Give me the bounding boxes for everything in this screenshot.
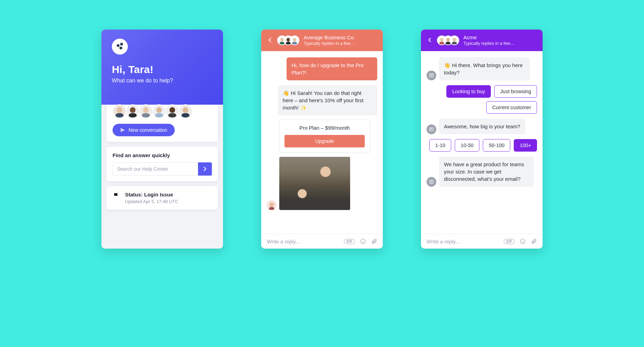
back-button[interactable] (427, 36, 433, 45)
svg-rect-11 (155, 113, 163, 118)
avatar (449, 35, 459, 45)
attachment-button[interactable] (531, 238, 537, 244)
status-card[interactable]: Status: Login Issue Updated Apr 5, 17:48… (106, 186, 218, 210)
gif-button[interactable]: GIF (344, 239, 355, 244)
conversation-header: Average Business Co. Typically replies i… (261, 30, 383, 51)
new-conversation-label: New conversation (129, 127, 167, 133)
brand-logo (112, 39, 128, 55)
svg-point-30 (362, 241, 363, 241)
bot-message: We have a great product for teams your s… (439, 156, 534, 187)
conversation-panel-acme: Acme Typically replies in a few… 👋 Hi th… (421, 30, 543, 249)
widget-cards: Start a conversation New conversation Fi… (101, 89, 223, 215)
message-row: 👋 Hi Sarah! You can do that right here –… (267, 85, 377, 210)
upgrade-button[interactable]: Upgrade (284, 135, 365, 147)
send-icon (120, 128, 125, 132)
conversation-panel-business: Average Business Co. Typically replies i… (261, 30, 383, 249)
svg-point-31 (364, 241, 364, 241)
svg-point-51 (522, 241, 522, 241)
help-search-button[interactable] (198, 162, 212, 176)
bot-message: Awesome, how big is your team? (439, 119, 525, 134)
choice-button[interactable]: 10-50 (455, 139, 479, 152)
conversation-body: 👋 Hi there. What brings you here today? … (421, 51, 543, 234)
svg-rect-14 (168, 113, 176, 118)
svg-point-39 (453, 38, 456, 42)
emoji-button[interactable] (520, 238, 526, 244)
avatar (165, 104, 179, 118)
company-name: Acme (463, 34, 514, 41)
message-row: Hi, how do I upgrade to the Pro Plan?! (267, 57, 377, 80)
choice-button[interactable]: 1-10 (429, 139, 451, 152)
gif-attachment[interactable] (279, 157, 350, 210)
svg-rect-8 (142, 113, 150, 118)
svg-point-4 (130, 107, 135, 113)
greeting-subtitle: What can we do to help? (112, 78, 213, 84)
offer-title: Pro Plan – $99/month (299, 125, 350, 131)
header-text: Acme Typically replies in a few… (463, 34, 514, 46)
svg-rect-28 (269, 207, 274, 210)
header-avatars (277, 35, 299, 45)
bot-icon (429, 179, 434, 185)
svg-rect-26 (292, 42, 297, 45)
conversation-footer: GIF (421, 234, 543, 249)
header-avatars (437, 35, 459, 45)
back-button[interactable] (267, 36, 273, 45)
attachment-button[interactable] (371, 238, 377, 244)
message-row: Awesome, how big is your team? (427, 119, 537, 134)
svg-point-13 (170, 107, 175, 113)
flag-icon (113, 192, 120, 200)
bot-avatar (427, 124, 436, 134)
header-text: Average Business Co. Typically replies i… (304, 34, 355, 46)
chevron-left-icon (428, 38, 431, 42)
bot-message: 👋 Hi there. What brings you here today? (439, 57, 530, 80)
choice-row-2: 1-1010-5050-100100+ (427, 139, 537, 152)
avatar (139, 104, 153, 118)
choice-row-1: Looking to buyJust browsingCurrent custo… (427, 85, 537, 114)
gif-button[interactable]: GIF (504, 239, 515, 244)
status-title: Status: Login Issue (125, 192, 178, 197)
message-row: 👋 Hi there. What brings you here today? (427, 57, 537, 80)
conversation-footer: GIF (261, 234, 383, 249)
paperclip-icon (531, 238, 537, 244)
svg-point-10 (156, 107, 162, 113)
user-message: Hi, how do I upgrade to the Pro Plan?! (287, 57, 377, 80)
avatar (126, 104, 140, 118)
bot-icon (429, 73, 434, 78)
reply-input[interactable] (267, 239, 339, 244)
choice-button[interactable]: 100+ (514, 139, 537, 152)
find-answer-title: Find an answer quickly (113, 152, 212, 158)
svg-point-50 (520, 239, 525, 244)
chevron-left-icon (268, 38, 272, 42)
choice-button[interactable]: Just browsing (494, 85, 537, 98)
avatar (113, 104, 126, 118)
avatar (152, 104, 166, 118)
choice-button[interactable]: Looking to buy (446, 85, 491, 98)
bot-avatar (427, 71, 436, 80)
svg-point-29 (361, 239, 365, 244)
paperclip-icon (371, 238, 377, 244)
svg-rect-5 (129, 113, 137, 118)
svg-point-52 (523, 241, 524, 241)
choice-button[interactable]: 50-100 (483, 139, 510, 152)
search-wrap (113, 162, 212, 176)
message-row: We have a great product for teams your s… (427, 156, 537, 187)
svg-rect-2 (115, 113, 123, 118)
status-text: Status: Login Issue Updated Apr 5, 17:48… (125, 192, 178, 204)
agent-avatar (267, 200, 276, 210)
widget-home-panel: Hi, Tara! What can we do to help? Start … (101, 30, 223, 249)
avatar (290, 35, 299, 45)
greeting-title: Hi, Tara! (112, 64, 213, 75)
reply-input[interactable] (427, 239, 499, 244)
bot-avatar (427, 177, 436, 187)
offer-card: Pro Plan – $99/month Upgrade (279, 120, 370, 153)
new-conversation-button[interactable]: New conversation (113, 124, 175, 136)
status-updated: Updated Apr 5, 17:48 UTC (125, 199, 178, 204)
hero-section: Hi, Tara! What can we do to help? (101, 30, 223, 105)
help-search-input[interactable] (113, 162, 198, 176)
choice-button[interactable]: Current customer (486, 101, 537, 114)
emoji-button[interactable] (360, 238, 366, 244)
conversation-body: Hi, how do I upgrade to the Pro Plan?! 👋… (261, 51, 383, 234)
reply-time: Typically replies in a few… (463, 41, 514, 47)
smiley-icon (360, 238, 366, 244)
agent-message: 👋 Hi Sarah! You can do that right here –… (278, 85, 377, 115)
svg-point-25 (293, 38, 297, 42)
